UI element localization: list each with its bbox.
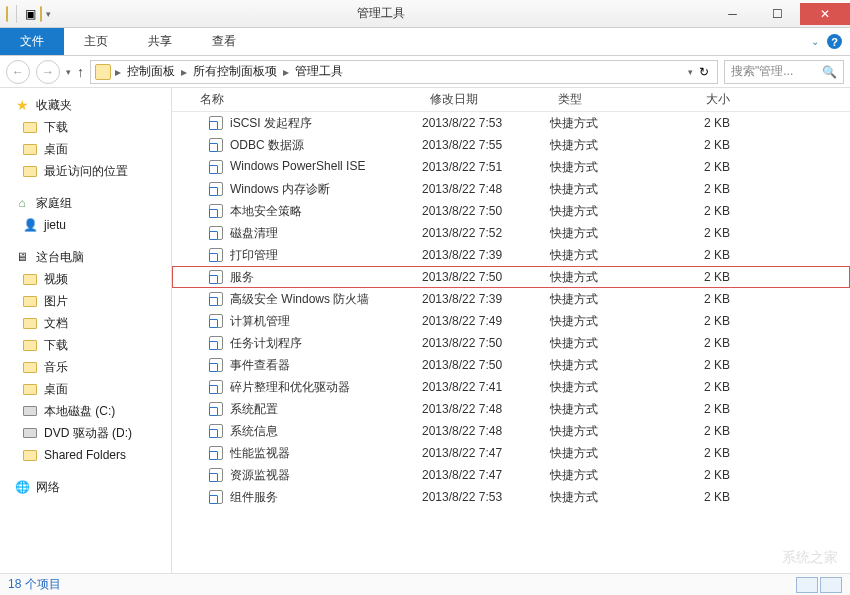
file-date: 2013/8/22 7:55 xyxy=(422,138,550,152)
file-row[interactable]: ODBC 数据源2013/8/22 7:55快捷方式2 KB xyxy=(172,134,850,156)
file-row[interactable]: 计算机管理2013/8/22 7:49快捷方式2 KB xyxy=(172,310,850,332)
file-row[interactable]: 磁盘清理2013/8/22 7:52快捷方式2 KB xyxy=(172,222,850,244)
file-row[interactable]: iSCSI 发起程序2013/8/22 7:53快捷方式2 KB xyxy=(172,112,850,134)
file-row[interactable]: Windows PowerShell ISE2013/8/22 7:51快捷方式… xyxy=(172,156,850,178)
file-tab[interactable]: 文件 xyxy=(0,28,64,55)
nav-item-documents[interactable]: 文档 xyxy=(4,312,167,334)
file-row[interactable]: 服务2013/8/22 7:50快捷方式2 KB xyxy=(172,266,850,288)
nav-item-disk-c[interactable]: 本地磁盘 (C:) xyxy=(4,400,167,422)
up-button[interactable]: ↑ xyxy=(77,64,84,80)
nav-group-network: 🌐网络 xyxy=(4,476,167,498)
nav-label: jietu xyxy=(44,218,66,232)
nav-item-desktop[interactable]: 桌面 xyxy=(4,138,167,160)
file-date: 2013/8/22 7:48 xyxy=(422,424,550,438)
column-size[interactable]: 大小 xyxy=(662,91,742,108)
file-row[interactable]: 组件服务2013/8/22 7:53快捷方式2 KB xyxy=(172,486,850,508)
file-row[interactable]: Windows 内存诊断2013/8/22 7:48快捷方式2 KB xyxy=(172,178,850,200)
shortcut-icon xyxy=(208,401,224,417)
file-size: 2 KB xyxy=(662,424,742,438)
file-row[interactable]: 性能监视器2013/8/22 7:47快捷方式2 KB xyxy=(172,442,850,464)
properties-icon[interactable]: ▣ xyxy=(25,7,36,21)
file-row[interactable]: 系统配置2013/8/22 7:48快捷方式2 KB xyxy=(172,398,850,420)
quick-access-toolbar: ▣ ▾ xyxy=(0,5,51,23)
column-name[interactable]: 名称 xyxy=(172,91,422,108)
breadcrumb-item[interactable]: 控制面板 xyxy=(125,63,177,80)
file-name: 系统配置 xyxy=(230,402,278,416)
details-view-button[interactable] xyxy=(796,577,818,593)
file-row[interactable]: 事件查看器2013/8/22 7:50快捷方式2 KB xyxy=(172,354,850,376)
file-type: 快捷方式 xyxy=(550,335,662,352)
nav-header-homegroup[interactable]: ⌂家庭组 xyxy=(4,192,167,214)
nav-item-user[interactable]: 👤jietu xyxy=(4,214,167,236)
shortcut-icon xyxy=(208,313,224,329)
forward-button[interactable]: → xyxy=(36,60,60,84)
shortcut-icon xyxy=(208,379,224,395)
file-type: 快捷方式 xyxy=(550,401,662,418)
file-name: Windows PowerShell ISE xyxy=(230,159,365,173)
close-button[interactable]: ✕ xyxy=(800,3,850,25)
breadcrumb-item[interactable]: 所有控制面板项 xyxy=(191,63,279,80)
file-row[interactable]: 资源监视器2013/8/22 7:47快捷方式2 KB xyxy=(172,464,850,486)
item-count: 18 个项目 xyxy=(8,576,61,593)
nav-label: 下载 xyxy=(44,337,68,354)
address-bar: ← → ▾ ↑ ▸ 控制面板 ▸ 所有控制面板项 ▸ 管理工具 ▾ ↻ 搜索"管… xyxy=(0,56,850,88)
expand-ribbon-icon[interactable]: ⌄ xyxy=(811,36,819,47)
maximize-button[interactable]: ☐ xyxy=(755,3,800,25)
nav-item-videos[interactable]: 视频 xyxy=(4,268,167,290)
nav-item-desktop2[interactable]: 桌面 xyxy=(4,378,167,400)
file-size: 2 KB xyxy=(662,226,742,240)
icons-view-button[interactable] xyxy=(820,577,842,593)
file-row[interactable]: 打印管理2013/8/22 7:39快捷方式2 KB xyxy=(172,244,850,266)
breadcrumb[interactable]: ▸ 控制面板 ▸ 所有控制面板项 ▸ 管理工具 ▾ ↻ xyxy=(90,60,718,84)
nav-item-dvd-d[interactable]: DVD 驱动器 (D:) xyxy=(4,422,167,444)
refresh-button[interactable]: ↻ xyxy=(695,65,713,79)
file-size: 2 KB xyxy=(662,358,742,372)
breadcrumb-item[interactable]: 管理工具 xyxy=(293,63,345,80)
history-dropdown-icon[interactable]: ▾ xyxy=(66,67,71,77)
file-date: 2013/8/22 7:50 xyxy=(422,204,550,218)
nav-item-recent[interactable]: 最近访问的位置 xyxy=(4,160,167,182)
file-size: 2 KB xyxy=(662,314,742,328)
file-date: 2013/8/22 7:39 xyxy=(422,248,550,262)
shortcut-icon xyxy=(208,423,224,439)
nav-item-downloads[interactable]: 下载 xyxy=(4,116,167,138)
nav-item-downloads2[interactable]: 下载 xyxy=(4,334,167,356)
tab-home[interactable]: 主页 xyxy=(64,28,128,55)
file-name: 服务 xyxy=(230,270,254,284)
file-name: 磁盘清理 xyxy=(230,226,278,240)
tab-view[interactable]: 查看 xyxy=(192,28,256,55)
nav-item-shared[interactable]: Shared Folders xyxy=(4,444,167,466)
back-button[interactable]: ← xyxy=(6,60,30,84)
help-icon[interactable]: ? xyxy=(827,34,842,49)
navigation-pane: ★收藏夹 下载 桌面 最近访问的位置 ⌂家庭组 👤jietu 🖥这台电脑 视频 … xyxy=(0,88,172,573)
nav-header-favorites[interactable]: ★收藏夹 xyxy=(4,94,167,116)
homegroup-icon: ⌂ xyxy=(14,195,30,211)
minimize-button[interactable]: ─ xyxy=(710,3,755,25)
search-input[interactable]: 搜索"管理... 🔍 xyxy=(724,60,844,84)
search-icon: 🔍 xyxy=(822,65,837,79)
file-name: 事件查看器 xyxy=(230,358,290,372)
file-list: 名称 修改日期 类型 大小 iSCSI 发起程序2013/8/22 7:53快捷… xyxy=(172,88,850,573)
column-type[interactable]: 类型 xyxy=(550,91,662,108)
location-icon xyxy=(95,64,111,80)
nav-header-thispc[interactable]: 🖥这台电脑 xyxy=(4,246,167,268)
nav-header-network[interactable]: 🌐网络 xyxy=(4,476,167,498)
file-row[interactable]: 碎片整理和优化驱动器2013/8/22 7:41快捷方式2 KB xyxy=(172,376,850,398)
breadcrumb-sep-icon[interactable]: ▸ xyxy=(113,65,123,79)
nav-item-pictures[interactable]: 图片 xyxy=(4,290,167,312)
column-date[interactable]: 修改日期 xyxy=(422,91,550,108)
app-icon xyxy=(6,7,8,21)
file-name: 碎片整理和优化驱动器 xyxy=(230,380,350,394)
shortcut-icon xyxy=(208,335,224,351)
nav-label: 网络 xyxy=(36,479,60,496)
file-row[interactable]: 本地安全策略2013/8/22 7:50快捷方式2 KB xyxy=(172,200,850,222)
new-folder-icon[interactable] xyxy=(40,7,42,21)
breadcrumb-sep-icon[interactable]: ▸ xyxy=(281,65,291,79)
nav-item-music[interactable]: 音乐 xyxy=(4,356,167,378)
file-row[interactable]: 高级安全 Windows 防火墙2013/8/22 7:39快捷方式2 KB xyxy=(172,288,850,310)
breadcrumb-dropdown-icon[interactable]: ▾ xyxy=(688,67,693,77)
tab-share[interactable]: 共享 xyxy=(128,28,192,55)
file-row[interactable]: 系统信息2013/8/22 7:48快捷方式2 KB xyxy=(172,420,850,442)
breadcrumb-sep-icon[interactable]: ▸ xyxy=(179,65,189,79)
file-row[interactable]: 任务计划程序2013/8/22 7:50快捷方式2 KB xyxy=(172,332,850,354)
